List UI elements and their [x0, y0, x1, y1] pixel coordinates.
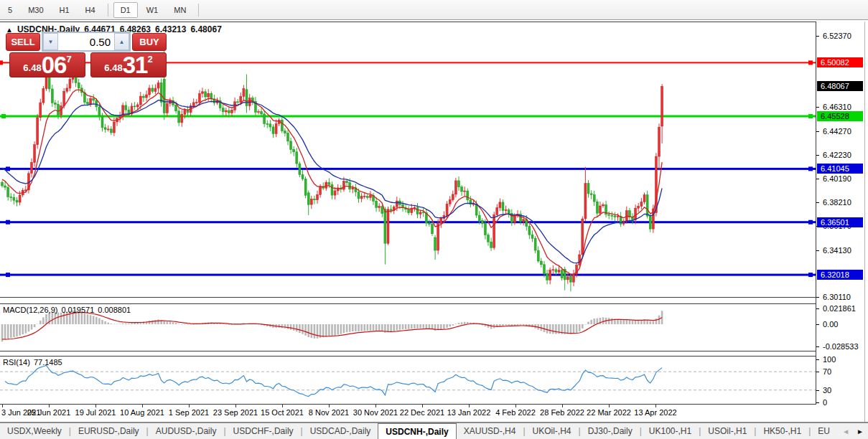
- date-tick: [655, 405, 656, 407]
- date-label: 13 Jan 2022: [447, 408, 491, 417]
- chart-tab-uk100-h1[interactable]: UK100-,H1: [642, 423, 699, 439]
- date-tick: [469, 405, 470, 407]
- price-tick-label: 6.30110: [823, 293, 851, 301]
- date-tick: [235, 405, 236, 407]
- rsi-line: [5, 366, 662, 397]
- price-tick-label-tick: [816, 202, 819, 203]
- price-tick-label: 6.44270: [823, 127, 851, 136]
- price-tick-label-tick: [816, 250, 819, 251]
- hline-6.32018[interactable]: [0, 274, 816, 276]
- rsi-axis-label: 70: [823, 367, 831, 376]
- volume-control: ▼ ▲: [42, 32, 131, 52]
- date-label: 19 Jul 2021: [75, 408, 116, 417]
- date-tick: [562, 405, 563, 407]
- macd-axis-label-tick: [816, 346, 819, 347]
- chart-tab-usoil-h1[interactable]: USOil-,H1: [701, 423, 754, 439]
- mt4-window: 5M30H1H4D1W1MN ▲ USDCNH-,Daily 6.44671 6…: [0, 0, 868, 439]
- sell-button[interactable]: SELL: [6, 33, 40, 51]
- hline-handle-right[interactable]: [808, 220, 813, 225]
- chart-tab-usdcnh-daily[interactable]: USDCNH-,Daily: [378, 423, 456, 439]
- buy-price-button[interactable]: 6.48 31 2: [90, 52, 167, 77]
- chart-tab-usdchf-daily[interactable]: USDCHF-,Daily: [226, 423, 301, 439]
- timeframe-button-d1[interactable]: D1: [113, 2, 138, 18]
- chart-tab-xauusd-h4[interactable]: XAUUSD-,H4: [457, 423, 523, 439]
- volume-decrease-button[interactable]: ▼: [43, 33, 58, 50]
- volume-increase-button[interactable]: ▲: [114, 33, 129, 50]
- hline-price-badge: 6.36501: [817, 217, 863, 227]
- timeframe-button-5[interactable]: 5: [1, 2, 19, 18]
- date-label: 28 Feb 2022: [540, 408, 584, 417]
- timeframe-button-h1[interactable]: H1: [52, 2, 77, 18]
- timeframe-button-mn[interactable]: MN: [167, 2, 193, 18]
- macd-axis-label: 0.021861: [823, 304, 856, 313]
- rsi-axis-label: 0: [823, 398, 827, 407]
- price-tick-label-tick: [816, 107, 819, 108]
- hline-price-badge: 6.45528: [817, 111, 863, 121]
- chart-tab-eu[interactable]: EU: [811, 423, 837, 439]
- price-tick-label: 6.38210: [823, 198, 851, 207]
- chart-tab-usdx-weekly[interactable]: USDX,Weekly: [0, 423, 69, 439]
- current-price-badge: 6.48067: [817, 81, 863, 91]
- volume-input[interactable]: [58, 33, 114, 50]
- chart-tab-usdcad-daily[interactable]: USDCAD-,Daily: [303, 423, 378, 439]
- hline-handle-right[interactable]: [808, 60, 813, 65]
- macd-panel-bottom-border: [0, 351, 816, 351]
- chart-tab-ukoil-h4[interactable]: UKOil-,H4: [526, 423, 579, 439]
- date-label: 15 Oct 2021: [261, 408, 304, 417]
- chart-tab-dj30-daily[interactable]: DJ30-,Daily: [581, 423, 640, 439]
- date-tick: [515, 405, 516, 407]
- sell-price-pip: 7: [66, 55, 71, 64]
- date-tick: [95, 405, 96, 407]
- hline-6.41045[interactable]: [0, 168, 816, 170]
- date-label: 22 Dec 2021: [400, 408, 444, 417]
- rsi-axis-label-tick: [816, 372, 819, 372]
- rsi-axis-label: 30: [823, 386, 831, 395]
- buy-price-prefix: 6.48: [104, 60, 122, 76]
- toolbar-separator: [108, 4, 108, 16]
- hline-price-badge: 6.41045: [817, 164, 863, 174]
- price-tick-label-tick: [816, 131, 819, 132]
- price-tick-label: 6.42230: [823, 151, 851, 159]
- price-tick-label: 6.34130: [823, 246, 851, 255]
- date-tick: [2, 405, 3, 407]
- hline-handle-left[interactable]: [6, 220, 10, 225]
- date-label: 13 Apr 2022: [634, 408, 676, 417]
- macd-label: MACD(12,26,9)0.0195710.008801: [3, 306, 134, 314]
- chart-tab-hk50-h1[interactable]: HK50-,H1: [756, 423, 808, 439]
- date-label: 23 Sep 2021: [213, 408, 258, 417]
- hline-handle-right[interactable]: [808, 273, 813, 277]
- date-tick: [329, 405, 330, 407]
- price-tick-label-tick: [816, 297, 819, 298]
- tab-scroll-left-icon[interactable]: ◄: [842, 428, 849, 435]
- price-tick-label-tick: [816, 179, 819, 179]
- hline-handle-left[interactable]: [6, 166, 10, 171]
- window-right-border: [864, 22, 865, 422]
- timeframe-button-w1[interactable]: W1: [139, 2, 166, 18]
- chart-tab-eurusd-daily[interactable]: EURUSD-,Daily: [71, 423, 146, 439]
- tab-scroll-right-icon[interactable]: ►: [857, 428, 864, 435]
- date-tick: [49, 405, 50, 407]
- date-label: 10 Aug 2021: [120, 408, 164, 417]
- sell-price-prefix: 6.48: [23, 60, 41, 76]
- hline-6.36501[interactable]: [0, 221, 816, 223]
- macd-axis-label: -0.028533: [823, 342, 859, 351]
- rsi-plot[interactable]: [0, 357, 816, 404]
- timeframe-button-h4[interactable]: H4: [78, 2, 103, 18]
- buy-button[interactable]: BUY: [132, 33, 167, 51]
- price-tick-label: 6.46310: [823, 103, 851, 111]
- hline-handle-right[interactable]: [808, 166, 813, 171]
- price-tick-label: 6.40190: [823, 174, 851, 183]
- chart-tab-audusd-daily[interactable]: AUDUSD-,Daily: [149, 423, 224, 439]
- date-tick: [375, 405, 376, 407]
- sell-price-main: 06: [42, 55, 67, 76]
- date-tick: [422, 405, 423, 407]
- hline-price-badge: 6.32018: [817, 270, 863, 280]
- timeframe-button-m30[interactable]: M30: [21, 2, 50, 18]
- hline-handle-left[interactable]: [6, 273, 10, 277]
- rsi-axis-label-tick: [816, 359, 819, 360]
- hline-handle-right[interactable]: [808, 114, 813, 118]
- date-tick: [142, 405, 143, 407]
- hline-handle-left[interactable]: [0, 60, 3, 65]
- hline-handle-left[interactable]: [1, 114, 6, 118]
- sell-price-button[interactable]: 6.48 06 7: [9, 52, 85, 77]
